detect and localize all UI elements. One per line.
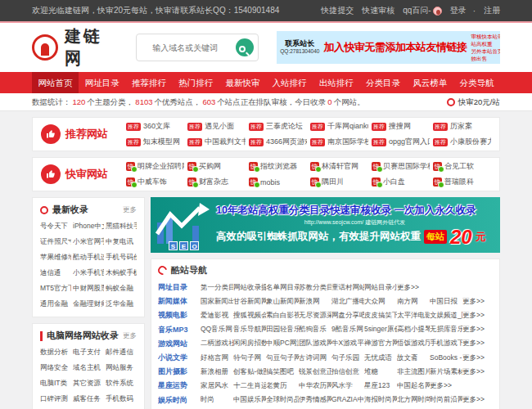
recommend-site-link[interactable]: 推荐 中国裁判文书网 [187, 137, 246, 147]
site-link[interactable]: 湖北广播电 [331, 297, 364, 307]
site-link[interactable]: 时尚 [201, 395, 233, 405]
site-link[interactable]: 新浪相册 [201, 367, 233, 377]
fast-site-link[interactable]: 快 财富杂志 [187, 177, 246, 187]
latest-site-link[interactable]: 木蚂蚁手机 [106, 268, 137, 278]
fast-site-link[interactable]: 快 中威车饰 [126, 177, 184, 187]
site-link[interactable]: 好格言网 [201, 353, 233, 363]
site-link[interactable]: 童话村网站 [331, 283, 364, 293]
site-link[interactable]: 特句子网 [233, 353, 266, 363]
latest-site-link[interactable]: 证件照尺寸 [40, 237, 71, 247]
site-link[interactable]: 时尚前沿网 [430, 395, 462, 405]
site-link[interactable]: 堆糖 [364, 367, 397, 377]
category-link[interactable]: 邮件通信 [106, 348, 137, 357]
site-link[interactable]: 风水学 [331, 381, 364, 391]
cool-category-link[interactable]: 星座运势 [158, 380, 201, 391]
site-link[interactable]: 高档小提琴 [397, 325, 430, 335]
site-link[interactable]: 团队游戏网 [299, 339, 331, 348]
fast-site-link[interactable]: 快 普瑞眼科 [433, 177, 491, 187]
site-link[interactable]: 悟饭游戏厅 [397, 339, 430, 348]
fast-review-price[interactable]: 快审20元/站 [447, 97, 500, 108]
site-link[interactable]: 素白白影视 [266, 311, 299, 321]
login-link[interactable]: 登录 [450, 5, 467, 16]
site-link[interactable]: 文娱频道_国 [430, 311, 462, 321]
cool-category-link[interactable]: 图片摄影 [158, 366, 201, 377]
site-link[interactable]: 锐景创意正 [299, 367, 331, 377]
more-link[interactable]: 更多>> [462, 395, 495, 405]
site-link[interactable]: 网站收录提 [233, 283, 266, 293]
site-link[interactable]: 非主流图片 [397, 367, 430, 377]
latest-site-link[interactable]: 手机号码价 [106, 253, 137, 263]
site-link[interactable]: 拍信创意 [331, 367, 364, 377]
site-link[interactable]: 无尽资源采 [299, 311, 331, 321]
site-link[interactable]: 故文斋 [397, 353, 430, 363]
site-link[interactable]: 禅游官方网 [364, 339, 397, 348]
fast-site-link[interactable]: 快 mobis [249, 177, 307, 187]
site-link[interactable]: 象山新闻网 [266, 297, 299, 307]
qq-ask-link[interactable]: qq百问- [403, 5, 431, 16]
site-link[interactable]: 星座123 [364, 381, 397, 391]
latest-site-link[interactable]: 中财网股票 [73, 284, 104, 294]
recommend-site-link[interactable]: 推荐 南京国际学校 [310, 137, 368, 147]
latest-site-link[interactable]: iPhone中文 [73, 222, 104, 231]
site-link[interactable]: 中国日报 [430, 297, 462, 307]
latest-site-link[interactable]: 泛华金融 [106, 299, 137, 309]
site-link[interactable]: 第一分类目 [201, 283, 233, 293]
recommend-site-link[interactable]: 推荐 360文库 [126, 121, 184, 132]
recommend-site-link[interactable]: 推荐 opgg官网入口 [372, 137, 430, 147]
site-link[interactable]: 创客贴-做图 [233, 367, 266, 377]
promo-banner[interactable]: SEO 10年老站高权重分类目录快速审核收录 一次加入永久收录 http://w… [151, 197, 500, 253]
fast-site-link[interactable]: 快 林清轩官网 [310, 161, 368, 172]
quick-submit-link[interactable]: 快捷提交 [321, 5, 354, 16]
site-link[interactable]: 苏教分类目 [299, 283, 331, 293]
site-link[interactable]: 中国起名网 [397, 381, 430, 391]
category-link[interactable]: 电脑IT类 [40, 379, 71, 389]
more-link[interactable]: 更多>> [462, 367, 495, 377]
quick-review-link[interactable]: 快速审核 [362, 5, 394, 16]
site-link[interactable]: GRAZIA中 [331, 395, 364, 405]
recommend-site-link[interactable]: 推荐 小康股份赛力斯 [433, 137, 491, 147]
nav-item[interactable]: 最新快审 [219, 72, 266, 93]
nav-item[interactable]: 风云榜单 [407, 72, 453, 93]
cool-category-link[interactable]: 新闻媒体 [158, 296, 201, 307]
latest-site-link[interactable]: 通用金融 [40, 299, 71, 309]
site-link[interactable]: 伊秀情感网 [299, 395, 331, 405]
recommend-site-link[interactable]: 推荐 知末模型网 [126, 137, 184, 147]
site-link[interactable]: QQ音乐网 [201, 325, 233, 335]
latest-site-link[interactable]: 号令天下 [40, 222, 71, 231]
header-ad-banner[interactable]: 联系站长 QQ:2781304040 加入快审无需添加本站友情链接 审核快本站带… [277, 31, 500, 64]
site-link[interactable]: 北方网时尚 [397, 395, 430, 405]
site-link[interactable]: 新浪网 [299, 297, 331, 307]
more-link[interactable]: 更多 [123, 331, 137, 341]
nav-item[interactable]: 推荐排行 [125, 72, 172, 93]
category-link[interactable]: 口碑评测 [40, 394, 71, 404]
fast-site-link[interactable]: 快 合见工软 [433, 161, 491, 172]
latest-site-link[interactable]: 蚂蚁金融 [106, 284, 137, 294]
search-input[interactable] [137, 34, 233, 61]
latest-site-link[interactable]: 迪信通 [40, 268, 71, 278]
site-link[interactable]: 二柄游戏社 [201, 339, 233, 348]
nav-item[interactable]: 分类导航 [453, 72, 500, 93]
recommend-site-link[interactable]: 推荐 千库网qiankuwang [310, 121, 368, 132]
nav-item[interactable]: 热门排行 [173, 72, 219, 93]
logo[interactable]: 建链网 [32, 25, 118, 70]
site-link[interactable]: 南方网 [397, 297, 430, 307]
site-link[interactable]: 太平洋电影 [397, 311, 430, 321]
latest-site-link[interactable]: 金融理财师 [73, 299, 104, 309]
fast-site-link[interactable]: 快 指纹浏览器 [249, 161, 307, 172]
site-link[interactable]: 国家新闻出 [201, 297, 233, 307]
site-link[interactable]: 5singer原创 [364, 325, 397, 335]
latest-site-link[interactable]: 中复电讯 [106, 237, 137, 247]
site-link[interactable]: 海报时尚网 [364, 395, 397, 405]
site-link[interactable]: 无忧成语 [364, 353, 397, 363]
nav-item[interactable]: 网址目录 [79, 72, 125, 93]
fast-site-link[interactable]: 快 小白盘 [372, 177, 430, 187]
site-link[interactable]: 句豆句子网 [266, 353, 299, 363]
category-link[interactable]: 电子支付 [73, 348, 104, 357]
fast-site-link[interactable]: 快 隅田川 [310, 177, 368, 187]
nav-item[interactable]: 出站排行 [313, 72, 359, 93]
category-link[interactable]: 网站服务 [106, 363, 137, 373]
more-link[interactable]: 更多>> [462, 325, 495, 335]
category-link[interactable]: 软件系统 [106, 379, 137, 389]
site-link[interactable]: 音乐导航网 [233, 325, 266, 335]
more-link[interactable]: 更多>> [462, 339, 495, 348]
